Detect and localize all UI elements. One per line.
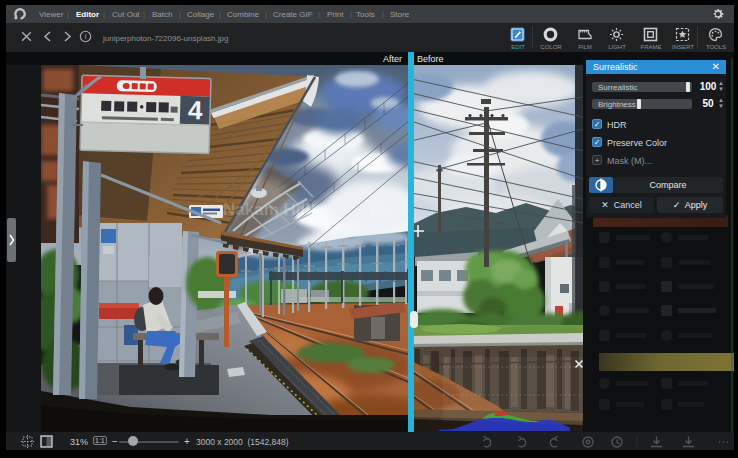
svg-text:ilL: ilL xyxy=(371,200,391,219)
svg-text:4: 4 xyxy=(188,95,204,125)
svg-text:Nakam HilL: Nakam HilL xyxy=(223,200,316,219)
svg-text:i: i xyxy=(85,32,87,41)
